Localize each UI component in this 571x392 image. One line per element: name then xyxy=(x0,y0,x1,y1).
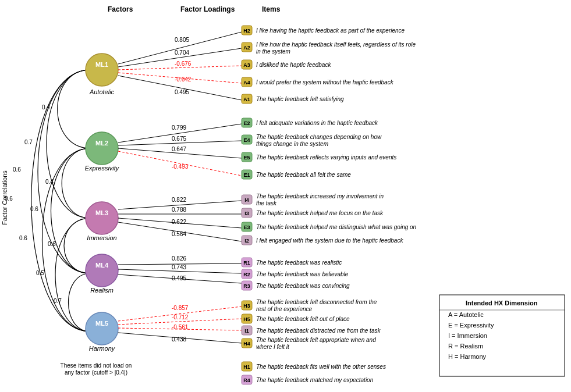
item-label-e2: E2 xyxy=(243,120,250,126)
corr-label-ml3-ml5: 0.5 xyxy=(36,270,44,276)
item-label-i3: I3 xyxy=(244,211,249,216)
loading-val-r2: 0.743 xyxy=(172,264,186,270)
factor-ml5-name: Harmony xyxy=(89,345,116,352)
item-label-i1: I1 xyxy=(244,328,249,334)
corr-label-ml1-ml3: 0.7 xyxy=(24,139,33,145)
legend-e: E = Expressivity xyxy=(448,322,494,329)
item-text-e1: The haptic feedback all felt the same xyxy=(256,172,351,178)
loading-val-h5: -0.712 xyxy=(172,314,189,320)
loading-val-h3: -0.857 xyxy=(172,305,189,311)
corr-label-ml3-ml4: 0.6 xyxy=(48,241,56,247)
item-label-e3: E3 xyxy=(243,224,250,230)
factor-ml3-circle xyxy=(86,202,118,234)
corr-label-ml2-ml4: 0.6 xyxy=(30,206,38,212)
item-text-e5: The haptic feedback reflects varying inp… xyxy=(256,154,396,161)
legend-a: A = Autotelic xyxy=(448,311,484,318)
item-text-r2: The haptic feedback was believable xyxy=(256,271,349,277)
item-label-h2: H2 xyxy=(243,28,250,34)
corr-label-ml1-ml5: 0.6 xyxy=(5,195,13,202)
corr-label-ml1-ml4: 0.6 xyxy=(13,166,21,173)
loading-val-i2: 0.564 xyxy=(172,231,186,237)
item-text-h1: The haptic feedback fits well with the o… xyxy=(256,364,386,370)
loading-val-a2: 0.704 xyxy=(175,49,189,56)
factor-ml1-name: Autotelic xyxy=(89,88,115,95)
non-loading-note-line2: any factor (cutoff > |0.4|) xyxy=(65,369,127,376)
corr-ml2-ml5 xyxy=(42,148,91,332)
item-text-i1: The haptic feedback distracted me from t… xyxy=(256,327,381,334)
main-container: Factors Factor Loadings Items Factor Cor… xyxy=(0,0,571,392)
item-label-r4: R4 xyxy=(243,377,250,383)
corr-label-ml2-ml3: 0.4 xyxy=(45,179,54,185)
loading-val-i4: 0.822 xyxy=(172,197,186,203)
loading-val-i1: -0.561 xyxy=(172,324,189,330)
header-factors: Factors xyxy=(108,5,133,13)
legend-r: R = Realism xyxy=(448,343,483,350)
header-items: Items xyxy=(262,5,281,13)
item-text-i3: The haptic feedback helped me focus on t… xyxy=(256,210,384,216)
factor-ml5-circle xyxy=(86,312,118,345)
non-loading-note-line1: These items did not load on xyxy=(61,362,132,369)
factor-ml3-name: Immersion xyxy=(87,234,116,241)
item-text-h4b: where I felt it xyxy=(256,344,290,350)
item-text-a1: The haptic feedback felt satisfying xyxy=(256,96,344,102)
corr-ml1-ml2 xyxy=(58,70,90,148)
corr-label-ml4-ml5: 0.7 xyxy=(54,298,62,304)
factor-ml4-name: Realism xyxy=(90,287,114,294)
item-text-h3a: The haptic feedback felt disconnected fr… xyxy=(256,299,377,305)
factor-ml4-circle xyxy=(86,254,118,287)
loading-val-r3: 0.495 xyxy=(172,275,186,281)
item-label-i4: I4 xyxy=(244,197,249,203)
item-label-a3: A3 xyxy=(243,62,250,68)
loading-val-e1: -0.493 xyxy=(172,163,189,170)
item-label-h3: H3 xyxy=(243,303,250,309)
loading-val-e5: 0.647 xyxy=(172,146,186,152)
item-text-a4: I would prefer the system without the ha… xyxy=(256,79,394,85)
corr-label-ml2-ml5: 0.6 xyxy=(19,235,27,241)
item-label-e5: E5 xyxy=(243,155,250,161)
loading-val-r1: 0.826 xyxy=(172,255,186,262)
item-label-r3: R3 xyxy=(243,283,250,289)
factor-ml5-label: ML5 xyxy=(95,320,108,327)
loading-val-e3: 0.622 xyxy=(172,219,186,225)
item-text-h2: I like having the haptic feedback as par… xyxy=(256,27,405,34)
item-text-r1: The haptic feedback was realistic xyxy=(256,259,342,266)
item-text-e4a: The haptic feedback changes depending on… xyxy=(256,134,382,140)
item-text-h5: The haptic feedback felt out of place xyxy=(256,316,350,322)
factor-ml2-label: ML2 xyxy=(95,140,108,147)
item-text-r4: The haptic feedback matched my expectati… xyxy=(256,377,374,383)
item-label-a4: A4 xyxy=(243,80,250,85)
loading-val-h2: 0.805 xyxy=(175,37,189,43)
item-label-h4: H4 xyxy=(243,341,250,347)
item-text-e4b: things change in the system xyxy=(256,141,328,147)
item-text-a2b: in the system xyxy=(256,48,290,55)
item-label-a1: A1 xyxy=(243,97,250,102)
loading-val-a4: -0.642 xyxy=(175,76,191,83)
item-text-i4a: The haptic feedback increased my involve… xyxy=(256,193,384,199)
loading-val-h4: 0.438 xyxy=(172,336,186,343)
factor-ml3-label: ML3 xyxy=(95,209,108,216)
legend-h: H = Harmony xyxy=(448,353,487,360)
item-text-h3b: rest of the experience xyxy=(256,306,313,312)
legend-i: I = Immersion xyxy=(448,332,487,339)
factor-ml2-name: Expressivity xyxy=(85,165,120,172)
loading-val-e2: 0.799 xyxy=(172,124,186,131)
loading-val-a3: -0.676 xyxy=(175,60,191,67)
diagram: Factors Factor Loadings Items Factor Cor… xyxy=(0,0,571,392)
item-label-e4: E4 xyxy=(243,137,250,143)
item-text-e3: The haptic feedback helped me distinguis… xyxy=(256,224,417,230)
loading-val-a1: 0.495 xyxy=(175,89,189,95)
factor-ml1-circle xyxy=(86,54,118,86)
item-label-h5: H5 xyxy=(243,316,250,322)
item-label-e1: E1 xyxy=(243,172,250,178)
item-text-a2: I like how the haptic feedback itself fe… xyxy=(256,41,416,48)
item-label-r2: R2 xyxy=(243,272,250,277)
item-text-a3: I disliked the haptic feedback xyxy=(256,62,331,68)
legend-title: Intended HX Dimension xyxy=(466,300,538,307)
item-text-h4a: The haptic feedback felt appropriate whe… xyxy=(256,337,376,343)
corr-ml1-ml3 xyxy=(47,70,90,218)
factor-ml2-circle xyxy=(86,132,118,165)
item-text-e2: I felt adequate variations in the haptic… xyxy=(256,120,378,126)
factor-ml4-label: ML4 xyxy=(95,262,109,269)
item-label-a2: A2 xyxy=(243,45,250,51)
corr-label-ml1-ml2: 0.4 xyxy=(42,104,50,111)
